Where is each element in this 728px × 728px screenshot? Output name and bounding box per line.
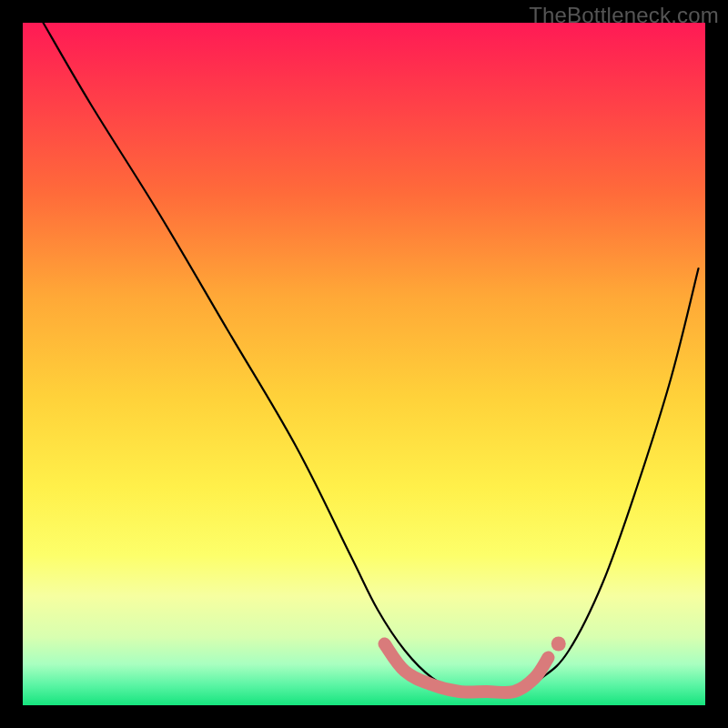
chart-svg [23,23,705,705]
highlight-dot [551,637,566,652]
chart-area [23,23,705,705]
bottleneck-curve [44,23,699,693]
highlight-segment [385,644,549,693]
